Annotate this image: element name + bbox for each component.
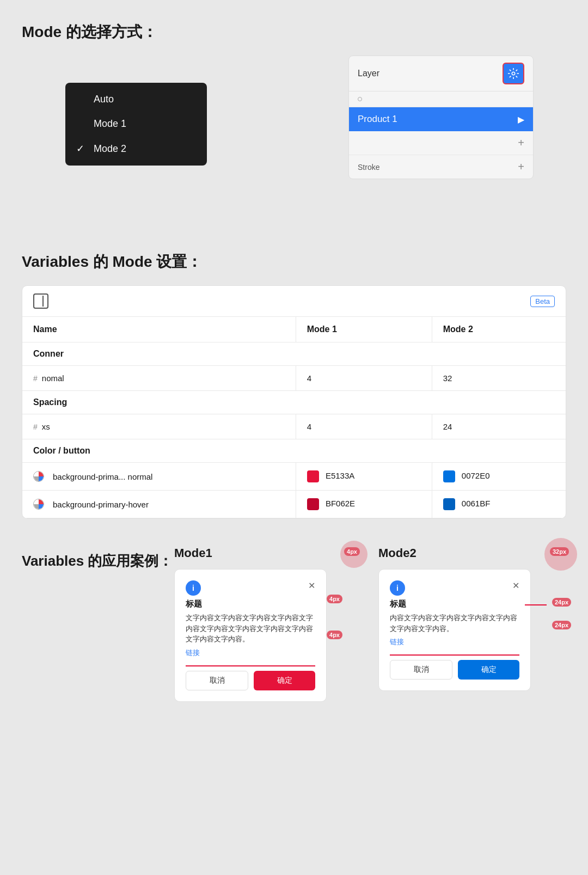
mode2-dialog-header: i ✕ <box>390 580 519 596</box>
var-nomal-name: # nomal <box>22 366 296 391</box>
hash-icon-xs: # <box>33 423 38 431</box>
mode1-cancel-button[interactable]: 取消 <box>186 671 248 690</box>
col-mode2: Mode 2 <box>432 317 566 342</box>
panel-top-bar: Beta <box>22 286 566 317</box>
mode2-example: Mode2 32px i ✕ 24px 标题 内容文字内容文字内容文字内容文字内… <box>378 546 566 691</box>
mode2-dialog-title: 标题 <box>390 599 519 609</box>
mode1-example: Mode1 4px i ✕ 4px 标题 文字内容文字内容文字内容文字内容文字内… <box>174 546 362 702</box>
dialog-info-icon: i <box>186 580 201 596</box>
annotation-24px-bottom: 24px <box>552 621 571 629</box>
variables-table: Name Mode 1 Mode 2 Conner # nomal <box>22 317 566 518</box>
check-mode2: ✓ <box>76 143 87 155</box>
annotation-24px-mid: 24px <box>552 598 571 607</box>
dialog-close-button-2[interactable]: ✕ <box>512 580 519 591</box>
color-swatch-icon-2 <box>33 499 44 510</box>
mode-dropdown[interactable]: Auto Mode 1 ✓ Mode 2 <box>65 83 207 166</box>
svg-point-0 <box>512 72 515 75</box>
group-conner: Conner <box>22 342 566 366</box>
check-mode1 <box>76 118 87 130</box>
product-row-highlighted[interactable]: Product 1 ▶ <box>349 107 533 131</box>
swatch-e5133a <box>307 470 319 482</box>
section1-title: Mode 的选择方式： <box>22 22 566 42</box>
beta-badge: Beta <box>530 296 555 307</box>
section3: Variables 的应用案例： Mode1 4px i ✕ 4px 标题 文字… <box>22 546 566 702</box>
spacing-line-h-mode1 <box>186 665 315 666</box>
var-bg-primary-normal-name: background-prima... normal <box>22 463 296 491</box>
panel-empty-row: + <box>349 131 533 155</box>
var-bg-primary-hover-name: background-primary-hover <box>22 491 296 518</box>
group-conner-label: Conner <box>22 342 566 366</box>
check-auto <box>76 94 87 105</box>
mode1-dialog-title: 标题 <box>186 599 315 609</box>
mode1-dialog-link[interactable]: 链接 <box>186 648 315 658</box>
stroke-row: Stroke + <box>349 155 533 179</box>
mode1-dialog-card: i ✕ 4px 标题 文字内容文字内容文字内容文字内容文字内容文字内容文字内容文… <box>174 569 327 702</box>
var-xs-name: # xs <box>22 414 296 439</box>
annotation-32px-top: 32px <box>550 547 569 556</box>
spacing-line-h-mode2 <box>390 654 519 656</box>
mode1-label: Mode1 <box>174 546 362 560</box>
section2: Variables 的 Mode 设置： Beta Name Mode 1 Mo… <box>22 252 566 519</box>
dialog-info-icon-2: i <box>390 580 405 596</box>
section3-title: Variables 的应用案例： <box>22 552 174 571</box>
panel-circle-row <box>349 91 533 107</box>
dropdown-item-auto[interactable]: Auto <box>65 87 207 112</box>
group-spacing: Spacing <box>22 391 566 414</box>
swatch-0072e0 <box>443 470 455 482</box>
mode-icon-button[interactable] <box>503 63 524 84</box>
group-color-button: Color / button <box>22 439 566 463</box>
col-mode1: Mode 1 <box>296 317 432 342</box>
mode2-dialog-buttons: 取消 确定 <box>390 660 519 680</box>
annotation-4px-bottom: 4px <box>327 631 342 639</box>
var-xs-mode1: 4 <box>296 414 432 439</box>
annotation-4px-top: 4px <box>344 547 360 556</box>
col-name: Name <box>22 317 296 342</box>
stroke-label: Stroke <box>358 163 379 172</box>
product-label: Product 1 <box>358 114 397 125</box>
table-row: # nomal 4 32 <box>22 366 566 391</box>
mode1-dialog-text: 文字内容文字内容文字内容文字内容文字内容文字内容文字内容文字内容文字内容文字内容… <box>186 613 315 645</box>
variables-panel: Beta Name Mode 1 Mode 2 Conner # <box>22 285 566 519</box>
var-bg-primary-hover-mode2: 0061BF <box>432 491 566 518</box>
mode1-confirm-button[interactable]: 确定 <box>254 671 315 690</box>
plus-icon[interactable]: + <box>518 137 524 149</box>
mode1-dialog-buttons: 取消 确定 <box>186 671 315 690</box>
group-color-label: Color / button <box>22 439 566 463</box>
panel-layout-icon <box>33 293 48 309</box>
mode2-cancel-button[interactable]: 取消 <box>390 660 452 680</box>
mode2-dialog-text: 内容文字内容文字内容文字内容文字内容文字内容文字内容。 <box>390 613 519 634</box>
mode2-dialog-link[interactable]: 链接 <box>390 637 519 647</box>
var-nomal-mode2: 32 <box>432 366 566 391</box>
table-row: background-prima... normal E5133A 0072E0 <box>22 463 566 491</box>
var-xs-mode2: 24 <box>432 414 566 439</box>
table-row: # xs 4 24 <box>22 414 566 439</box>
spacing-line-24px <box>525 604 547 605</box>
swatch-0061bf <box>443 498 455 510</box>
examples-row: Variables 的应用案例： Mode1 4px i ✕ 4px 标题 文字… <box>22 546 566 702</box>
dropdown-item-mode2[interactable]: ✓ Mode 2 <box>65 136 207 161</box>
color-swatch-icon-1 <box>33 471 44 482</box>
mode2-dialog-card: i ✕ 24px 标题 内容文字内容文字内容文字内容文字内容文字内容文字内容。 … <box>378 569 531 691</box>
section2-title: Variables 的 Mode 设置： <box>22 252 566 272</box>
mode1-dialog-header: i ✕ <box>186 580 315 596</box>
product-arrow-icon: ▶ <box>518 114 524 125</box>
mode2-confirm-button[interactable]: 确定 <box>458 660 519 680</box>
dropdown-item-mode1[interactable]: Mode 1 <box>65 112 207 136</box>
layer-panel-header: Layer <box>349 56 533 91</box>
var-bg-primary-normal-mode2: 0072E0 <box>432 463 566 491</box>
layer-label: Layer <box>358 69 379 78</box>
dot-icon <box>358 97 362 101</box>
mode2-label: Mode2 <box>378 546 566 560</box>
examples-label-col: Variables 的应用案例： <box>22 546 174 584</box>
hash-icon: # <box>33 374 38 383</box>
var-bg-primary-normal-mode1: E5133A <box>296 463 432 491</box>
section1-panel-area: Auto Mode 1 ✓ Mode 2 Layer Product 1 <box>22 56 566 224</box>
var-nomal-mode1: 4 <box>296 366 432 391</box>
table-header-row: Name Mode 1 Mode 2 <box>22 317 566 342</box>
figma-layer-panel: Layer Product 1 ▶ + Stroke + <box>348 56 534 179</box>
stroke-plus-icon[interactable]: + <box>518 161 524 173</box>
group-spacing-label: Spacing <box>22 391 566 414</box>
dialog-close-button[interactable]: ✕ <box>308 580 315 591</box>
panel-icon-inner <box>38 296 44 307</box>
var-bg-primary-hover-mode1: BF062E <box>296 491 432 518</box>
